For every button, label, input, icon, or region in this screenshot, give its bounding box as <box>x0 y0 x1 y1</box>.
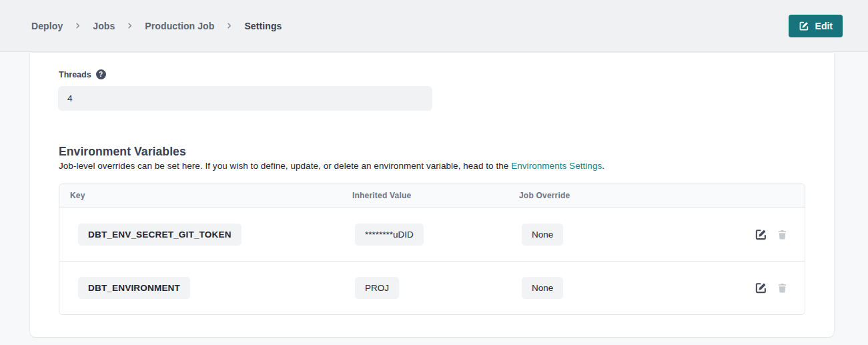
row-edit-button[interactable] <box>755 228 767 241</box>
env-var-key-chip: DBT_ENV_SECRET_GIT_TOKEN <box>78 224 242 246</box>
breadcrumb: Deploy Jobs Production Job Settings <box>31 21 282 31</box>
row-edit-button[interactable] <box>755 282 767 294</box>
edit-pencil-square-icon <box>755 282 767 294</box>
column-header-job-override: Job Override <box>508 191 725 200</box>
table-row: DBT_ENVIRONMENT PROJ None <box>59 261 805 314</box>
settings-card: Threads ? Environment Variables Job-leve… <box>30 53 834 337</box>
breadcrumb-item-deploy[interactable]: Deploy <box>31 21 63 31</box>
edit-pencil-square-icon <box>755 228 767 241</box>
environments-settings-link[interactable]: Environments Settings <box>511 161 602 171</box>
chevron-right-icon <box>126 22 133 29</box>
row-delete-button[interactable] <box>777 282 788 294</box>
env-var-inherited-value-chip: PROJ <box>355 277 399 299</box>
trash-icon <box>777 282 788 294</box>
env-var-job-override-chip: None <box>522 277 563 299</box>
threads-label: Threads <box>59 70 91 79</box>
chevron-right-icon <box>74 22 81 29</box>
env-vars-table: Key Inherited Value Job Override DBT_ENV… <box>59 184 805 315</box>
breadcrumb-item-jobs[interactable]: Jobs <box>93 21 115 31</box>
env-vars-description-text: Job-level overrides can be set here. If … <box>59 161 511 171</box>
row-delete-button[interactable] <box>777 229 788 240</box>
table-row: DBT_ENV_SECRET_GIT_TOKEN ********uDID No… <box>59 208 805 261</box>
header-bar: Deploy Jobs Production Job Settings Edit <box>0 0 868 52</box>
column-header-key: Key <box>59 191 342 200</box>
env-vars-description: Job-level overrides can be set here. If … <box>59 161 604 171</box>
breadcrumb-item-settings[interactable]: Settings <box>244 21 282 31</box>
chevron-right-icon <box>226 22 233 29</box>
edit-pencil-square-icon <box>799 21 809 31</box>
column-header-inherited-value: Inherited Value <box>342 191 508 200</box>
env-var-job-override-chip: None <box>522 224 563 246</box>
env-vars-description-period: . <box>602 161 604 171</box>
env-vars-section-title: Environment Variables <box>59 145 186 159</box>
help-icon[interactable]: ? <box>96 69 106 79</box>
threads-field-label-row: Threads ? <box>59 69 106 79</box>
env-var-inherited-value-chip: ********uDID <box>355 224 424 246</box>
env-vars-table-header: Key Inherited Value Job Override <box>59 184 805 208</box>
breadcrumb-item-production-job[interactable]: Production Job <box>145 21 214 31</box>
edit-button-label: Edit <box>815 21 833 31</box>
trash-icon <box>777 229 788 240</box>
edit-button[interactable]: Edit <box>789 15 843 37</box>
env-var-key-chip: DBT_ENVIRONMENT <box>78 277 190 299</box>
threads-input[interactable] <box>58 86 432 111</box>
